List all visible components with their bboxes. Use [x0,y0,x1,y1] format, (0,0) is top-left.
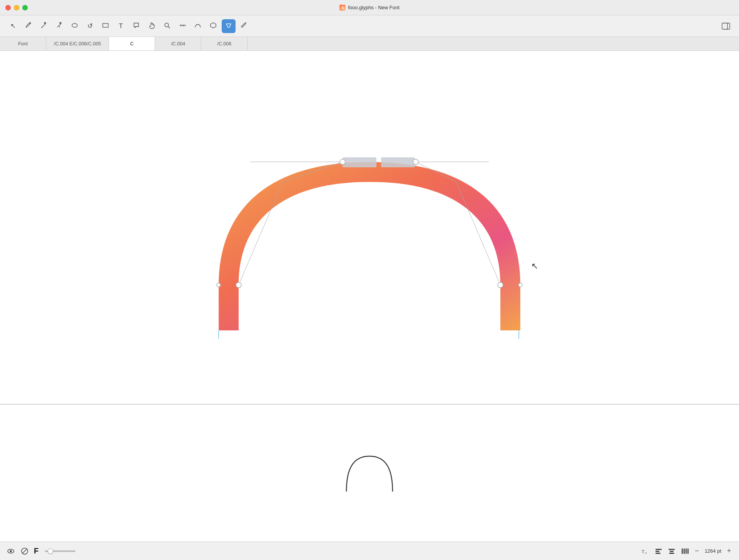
bars-button[interactable] [680,547,689,556]
minimize-button[interactable] [14,5,19,10]
metrics-tool-button[interactable]: To [641,547,650,556]
glyph-tab-c[interactable]: C [109,37,155,50]
preview-arch-path [346,456,393,492]
component-tool[interactable] [206,19,220,33]
rotate-tool[interactable]: ↺ [83,19,97,33]
handle-right-top[interactable] [413,159,418,165]
handle-left-inner[interactable] [217,283,221,287]
comment-icon [133,22,140,30]
draw-pencil-tool[interactable] [22,19,35,33]
svg-text:o: o [645,551,647,555]
canvas-top[interactable]: ↖ [0,51,739,404]
knife-icon [241,22,247,30]
measure-tool[interactable] [176,19,189,33]
curve-tool[interactable] [191,19,205,33]
top-guide-right [381,157,415,167]
text-tool[interactable]: T [114,19,128,33]
handle-left-mid[interactable] [236,282,241,288]
align-left-button[interactable] [654,547,663,556]
statusbar-right: To − 1264 pt + [641,547,733,556]
pen-icon [40,22,47,30]
curve-icon [194,22,201,30]
select-icon: ↖ [10,23,16,29]
measure-icon [179,22,186,30]
sidebar-toggle-button[interactable] [719,19,733,33]
zoom-slider[interactable] [45,550,75,552]
svg-rect-13 [655,549,662,550]
rect-tool[interactable] [99,19,112,33]
svg-point-9 [10,550,12,552]
window-title: G fooo.glyphs - New Font [339,5,400,11]
zoom-slider-thumb[interactable] [48,548,53,554]
component-icon [210,22,217,30]
glyph-tab-3[interactable]: /C.006 [201,37,247,50]
arch-glyph-container: ↖ [212,143,527,344]
arch-outer-stroke [219,162,520,330]
svg-rect-15 [655,553,660,554]
anchor-icon [225,22,232,30]
statusbar-left: F [6,547,77,556]
svg-rect-14 [655,551,659,552]
comment-tool[interactable] [129,19,143,33]
anchor-tool[interactable] [222,19,236,33]
align-center-button[interactable] [667,547,676,556]
svg-rect-22 [687,548,689,554]
svg-rect-21 [685,548,687,554]
ellipse-icon [71,22,78,30]
zoom-icon [164,22,171,30]
tabbar: Font /C.004 E/C.006/C.005 C /C.004 /C.00… [0,37,739,51]
arch-bottom-preview [339,449,400,497]
toolbar: ↖ ↺ T [0,15,739,37]
handle-right-inner[interactable] [518,283,522,287]
rotate-icon: ↺ [87,23,93,29]
font-tab[interactable]: Font [0,37,46,50]
app-icon: G [339,5,346,11]
select-tool[interactable]: ↖ [6,19,20,33]
text-icon: T [119,23,123,29]
eye-visibility-button[interactable] [6,547,15,556]
ellipse-tool[interactable] [68,19,82,33]
maximize-button[interactable] [22,5,28,10]
preview-svg [339,449,400,495]
handle-left-top[interactable] [340,159,345,165]
arch-fill-shape [219,162,520,330]
svg-rect-17 [670,551,674,552]
hide-button[interactable] [20,547,29,556]
arch-hatch-overlay [219,162,520,330]
svg-rect-20 [684,548,685,554]
canvas-bottom-preview[interactable] [0,404,739,542]
zoom-in-button[interactable]: + [725,547,733,555]
rect-icon [102,22,109,30]
svg-rect-6 [722,23,730,29]
hand-tool[interactable] [145,19,159,33]
arch-svg: ↖ [212,143,527,343]
pencil-icon [25,22,32,30]
main-canvas-area[interactable]: ↖ [0,51,739,542]
handle-right-mid[interactable] [498,282,503,288]
glyph-tab-2[interactable]: /C.004 [155,37,201,50]
top-guide-left [343,157,376,167]
svg-rect-18 [669,553,674,554]
hand-icon [148,22,155,30]
svg-point-3 [72,23,77,27]
pen-alt-icon [56,22,63,30]
svg-point-1 [42,27,43,28]
pen-alt-tool[interactable] [52,19,66,33]
zoom-tool[interactable] [160,19,174,33]
svg-rect-19 [682,548,683,554]
svg-rect-4 [103,23,108,27]
knife-tool[interactable] [237,19,251,33]
window-controls [5,5,28,10]
titlebar: G fooo.glyphs - New Font [0,0,739,15]
close-button[interactable] [5,5,11,10]
statusbar: F To − 1264 pt + [0,542,739,560]
zoom-out-button[interactable]: − [693,547,701,555]
font-indicator: F [34,547,38,555]
glyph-tab-1[interactable]: /C.004 E/C.006/C.005 [46,37,109,50]
svg-text:T: T [642,549,645,554]
svg-rect-16 [669,549,675,550]
font-size-display: 1264 pt [705,548,721,554]
pen-tool[interactable] [37,19,51,33]
cursor-arrow: ↖ [531,261,538,271]
